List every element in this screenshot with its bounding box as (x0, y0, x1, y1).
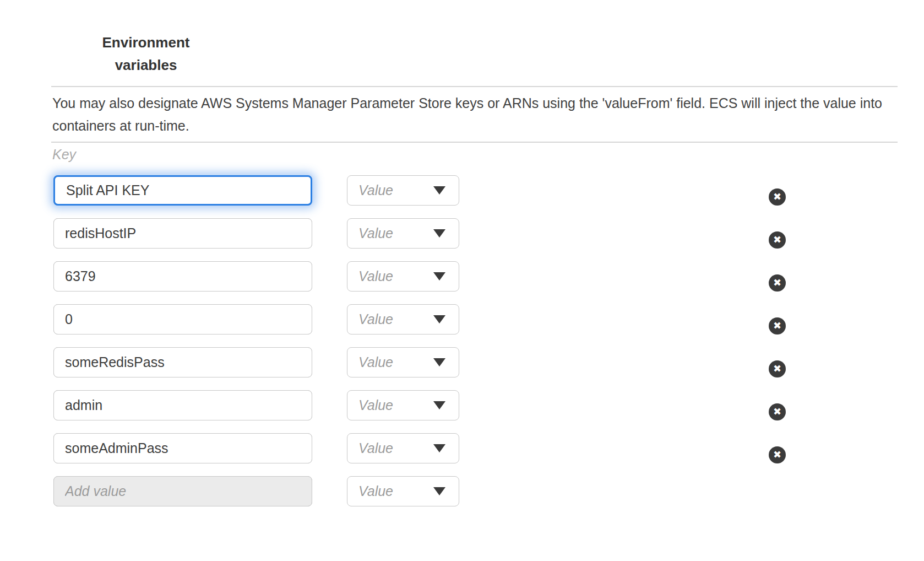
env-type-selected: Value (358, 397, 393, 413)
remove-row-button[interactable]: ✖ (769, 317, 786, 335)
chevron-down-icon (433, 487, 445, 495)
close-icon: ✖ (773, 364, 781, 374)
divider-bottom (51, 142, 898, 143)
env-var-add-row: Value (0, 476, 924, 506)
close-icon: ✖ (773, 235, 781, 245)
section-description: You may also designate AWS Systems Manag… (52, 92, 895, 137)
chevron-down-icon (433, 315, 445, 323)
env-value-input[interactable] (53, 433, 312, 463)
env-type-selected: Value (358, 311, 393, 327)
env-type-selected: Value (358, 354, 393, 370)
chevron-down-icon (433, 272, 445, 280)
close-icon: ✖ (773, 278, 781, 288)
env-type-selected: Value (358, 440, 393, 456)
env-var-row: Value ✖ (0, 390, 924, 420)
remove-row-button[interactable]: ✖ (769, 360, 786, 377)
env-value-input[interactable] (53, 347, 312, 377)
close-icon: ✖ (773, 450, 781, 460)
remove-row-button[interactable]: ✖ (769, 446, 786, 463)
section-title: Environment variables (83, 31, 209, 77)
environment-variables-section: Environment variables You may also desig… (0, 0, 924, 561)
chevron-down-icon (433, 358, 445, 366)
chevron-down-icon (433, 186, 445, 195)
remove-row-button[interactable]: ✖ (769, 231, 786, 249)
env-value-input[interactable] (53, 304, 312, 335)
add-value-input[interactable] (53, 476, 312, 506)
env-value-input[interactable] (53, 390, 312, 420)
env-type-selected: Value (358, 182, 393, 198)
key-column-label: Key (52, 147, 76, 163)
env-type-selected: Value (358, 225, 393, 241)
chevron-down-icon (433, 401, 445, 409)
env-type-selected: Value (358, 483, 393, 499)
env-var-row: Value ✖ (0, 175, 924, 206)
close-icon: ✖ (773, 192, 781, 202)
env-type-dropdown[interactable]: Value (347, 218, 459, 249)
env-type-dropdown[interactable]: Value (347, 390, 459, 420)
env-var-row: Value ✖ (0, 433, 924, 463)
close-icon: ✖ (773, 407, 781, 417)
env-var-row: Value ✖ (0, 304, 924, 335)
env-var-row: Value ✖ (0, 261, 924, 292)
env-type-dropdown[interactable]: Value (347, 476, 459, 506)
env-value-input[interactable] (53, 261, 312, 292)
chevron-down-icon (433, 444, 445, 452)
divider-top (51, 86, 898, 87)
env-value-input[interactable] (53, 218, 312, 249)
chevron-down-icon (433, 229, 445, 238)
env-var-row: Value ✖ (0, 218, 924, 249)
remove-row-button[interactable]: ✖ (769, 274, 786, 292)
env-type-dropdown[interactable]: Value (347, 175, 459, 206)
remove-row-button[interactable]: ✖ (769, 188, 786, 206)
env-type-selected: Value (358, 268, 393, 284)
env-var-row: Value ✖ (0, 347, 924, 377)
remove-row-button[interactable]: ✖ (769, 403, 786, 420)
env-type-dropdown[interactable]: Value (347, 261, 459, 292)
env-type-dropdown[interactable]: Value (347, 304, 459, 335)
env-type-dropdown[interactable]: Value (347, 347, 459, 377)
env-type-dropdown[interactable]: Value (347, 433, 459, 463)
env-value-input[interactable] (53, 175, 312, 206)
close-icon: ✖ (773, 321, 781, 331)
